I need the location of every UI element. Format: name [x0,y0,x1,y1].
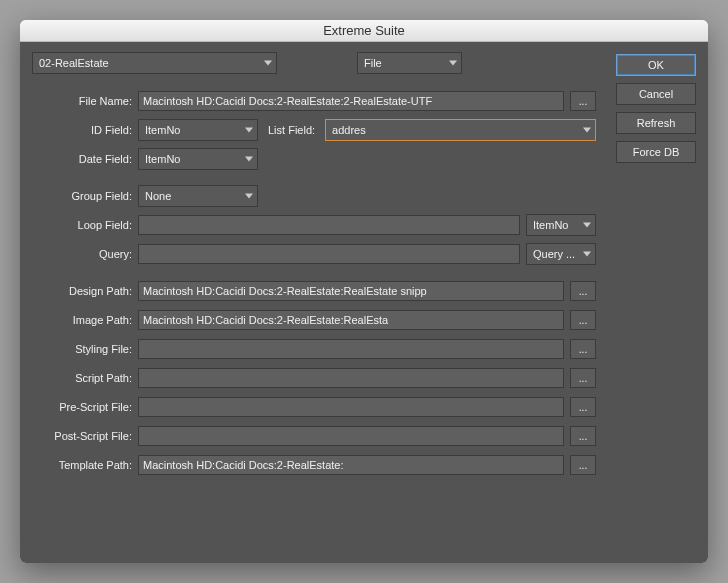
label-filename: File Name: [32,95,132,107]
templatepath-input[interactable]: Macintosh HD:Cacidi Docs:2-RealEstate: [138,455,564,475]
idfield-dropdown[interactable]: ItemNo [138,119,258,141]
ok-button[interactable]: OK [616,54,696,76]
window-title: Extreme Suite [323,23,405,38]
preset-dropdown[interactable]: 02-RealEstate [32,52,277,74]
prescript-input[interactable] [138,397,564,417]
query-input[interactable] [138,244,520,264]
chevron-down-icon [245,128,253,133]
chevron-down-icon [264,61,272,66]
templatepath-browse-button[interactable]: ... [570,455,596,475]
stylingfile-browse-button[interactable]: ... [570,339,596,359]
label-designpath: Design Path: [32,285,132,297]
dialog-window: Extreme Suite 02-RealEstate File File Na… [20,20,708,563]
postscript-input[interactable] [138,426,564,446]
mode-value: File [364,57,382,69]
label-loopfield: Loop Field: [32,219,132,231]
postscript-browse-button[interactable]: ... [570,426,596,446]
preset-value: 02-RealEstate [39,57,109,69]
content-area: 02-RealEstate File File Name: Macintosh … [20,42,708,563]
datefield-dropdown[interactable]: ItemNo [138,148,258,170]
label-postscript: Post-Script File: [32,430,132,442]
groupfield-dropdown[interactable]: None [138,185,258,207]
main-panel: 02-RealEstate File File Name: Macintosh … [32,52,606,551]
mode-dropdown[interactable]: File [357,52,462,74]
chevron-down-icon [583,223,591,228]
stylingfile-input[interactable] [138,339,564,359]
label-groupfield: Group Field: [32,190,132,202]
label-listfield: List Field: [264,124,319,136]
label-prescript: Pre-Script File: [32,401,132,413]
titlebar: Extreme Suite [20,20,708,42]
listfield-dropdown[interactable]: addres [325,119,596,141]
form-area: File Name: Macintosh HD:Cacidi Docs:2-Re… [32,84,606,551]
filename-browse-button[interactable]: ... [570,91,596,111]
label-imagepath: Image Path: [32,314,132,326]
label-query: Query: [32,248,132,260]
label-stylingfile: Styling File: [32,343,132,355]
loopfield-dropdown[interactable]: ItemNo [526,214,596,236]
chevron-down-icon [583,128,591,133]
chevron-down-icon [245,157,253,162]
top-row: 02-RealEstate File [32,52,606,74]
scriptpath-browse-button[interactable]: ... [570,368,596,388]
imagepath-browse-button[interactable]: ... [570,310,596,330]
query-dropdown[interactable]: Query ... [526,243,596,265]
chevron-down-icon [245,194,253,199]
label-datefield: Date Field: [32,153,132,165]
label-scriptpath: Script Path: [32,372,132,384]
scriptpath-input[interactable] [138,368,564,388]
label-idfield: ID Field: [32,124,132,136]
imagepath-input[interactable]: Macintosh HD:Cacidi Docs:2-RealEstate:Re… [138,310,564,330]
prescript-browse-button[interactable]: ... [570,397,596,417]
designpath-input[interactable]: Macintosh HD:Cacidi Docs:2-RealEstate:Re… [138,281,564,301]
cancel-button[interactable]: Cancel [616,83,696,105]
refresh-button[interactable]: Refresh [616,112,696,134]
designpath-browse-button[interactable]: ... [570,281,596,301]
label-templatepath: Template Path: [32,459,132,471]
side-panel: OK Cancel Refresh Force DB [616,52,696,551]
loopfield-input[interactable] [138,215,520,235]
forcedb-button[interactable]: Force DB [616,141,696,163]
chevron-down-icon [449,61,457,66]
filename-input[interactable]: Macintosh HD:Cacidi Docs:2-RealEstate:2-… [138,91,564,111]
chevron-down-icon [583,252,591,257]
